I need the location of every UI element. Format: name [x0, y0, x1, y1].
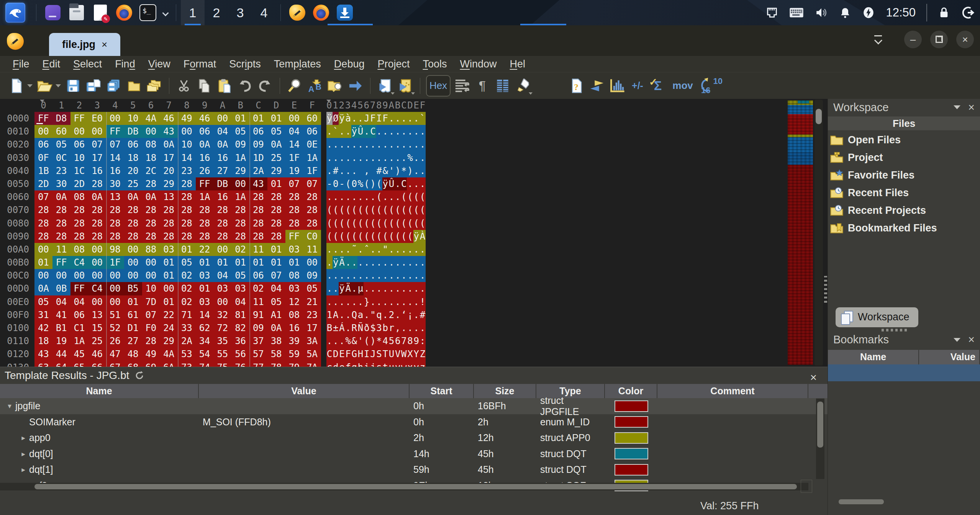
- hex-byte[interactable]: 0A: [196, 138, 214, 151]
- ascii-char[interactable]: .: [370, 138, 376, 151]
- hex-row[interactable]: 00A000110800980088030122000211010311....…: [0, 243, 828, 256]
- hex-byte[interactable]: DB: [214, 177, 232, 190]
- ascii-char[interactable]: -: [326, 177, 333, 190]
- ascii-char[interactable]: .: [351, 295, 357, 308]
- ascii-char[interactable]: .: [382, 125, 388, 138]
- ascii-char[interactable]: (: [333, 203, 339, 216]
- ascii-char[interactable]: .: [333, 243, 339, 256]
- ascii-char[interactable]: ˜: [351, 243, 357, 256]
- hex-byte[interactable]: 22: [160, 308, 178, 321]
- ascii-char[interactable]: 9: [413, 335, 420, 348]
- hex-byte[interactable]: 17: [160, 151, 178, 164]
- menu-debug[interactable]: Debug: [328, 58, 371, 70]
- hex-byte[interactable]: 78: [267, 361, 285, 367]
- hex-row[interactable]: 011018191A25262728292A3435363738393A...%…: [0, 335, 828, 348]
- hex-byte[interactable]: 01: [160, 269, 178, 282]
- hex-byte[interactable]: 28: [34, 230, 52, 243]
- workspace-item-recent-projects[interactable]: Recent Projects: [828, 202, 980, 219]
- hex-byte[interactable]: 28: [106, 230, 124, 243]
- ascii-char[interactable]: .: [345, 256, 351, 269]
- hex-byte[interactable]: 28: [196, 217, 214, 230]
- hex-byte[interactable]: 11: [249, 243, 267, 256]
- ascii-char[interactable]: (: [345, 217, 351, 230]
- menu-tools[interactable]: Tools: [416, 58, 453, 70]
- hex-byte[interactable]: 16: [196, 151, 214, 164]
- hex-byte[interactable]: 28: [142, 217, 160, 230]
- ascii-char[interactable]: .: [382, 308, 388, 321]
- ascii-char[interactable]: À: [420, 230, 426, 243]
- ascii-char[interactable]: ,: [364, 164, 370, 177]
- ascii-char[interactable]: F: [382, 112, 388, 125]
- hex-byte[interactable]: 54: [196, 348, 214, 361]
- ascii-char[interactable]: .: [388, 256, 395, 269]
- hex-byte[interactable]: 28: [124, 217, 142, 230]
- ascii-char[interactable]: (: [345, 230, 351, 243]
- ascii-char[interactable]: U: [388, 348, 395, 361]
- ascii-char[interactable]: .: [413, 321, 420, 335]
- hex-byte[interactable]: 06: [249, 269, 267, 282]
- hex-byte[interactable]: 30: [106, 177, 124, 190]
- hex-byte[interactable]: 16: [88, 164, 106, 177]
- ascii-char[interactable]: .: [395, 190, 401, 203]
- ascii-char[interactable]: .: [357, 138, 364, 151]
- ascii-char[interactable]: (: [395, 217, 401, 230]
- ascii-char[interactable]: (: [339, 203, 345, 216]
- ascii-char[interactable]: .: [407, 112, 413, 125]
- ascii-char[interactable]: C: [370, 125, 376, 138]
- hex-byte[interactable]: 01: [160, 295, 178, 308]
- hex-row[interactable]: 00D00A0BFFC400B510000201030302040305..ÿÄ…: [0, 282, 828, 295]
- ascii-char[interactable]: 5: [388, 335, 395, 348]
- ascii-char[interactable]: .: [326, 164, 333, 177]
- hex-byte[interactable]: 68: [124, 361, 142, 367]
- ascii-char[interactable]: (: [364, 230, 370, 243]
- hex-byte[interactable]: 07: [303, 177, 321, 190]
- hex-byte[interactable]: 28: [88, 217, 106, 230]
- hex-byte[interactable]: 08: [142, 138, 160, 151]
- ascii-char[interactable]: X: [407, 348, 413, 361]
- ascii-char[interactable]: (: [351, 217, 357, 230]
- new-file-dropdown-icon[interactable]: [27, 84, 33, 87]
- hex-byte[interactable]: 01: [267, 112, 285, 125]
- ascii-char[interactable]: .: [345, 269, 351, 282]
- hex-byte[interactable]: 46: [88, 348, 106, 361]
- hex-byte[interactable]: 17: [303, 321, 321, 335]
- template-row-dqt[1][interactable]: ▸dqt[1]59h45hstruct DQT: [0, 462, 828, 478]
- hex-byte[interactable]: 00: [231, 177, 249, 190]
- ascii-char[interactable]: %: [407, 151, 413, 164]
- ascii-char[interactable]: ": [370, 308, 376, 321]
- template-vertical-scrollbar[interactable]: [816, 399, 824, 479]
- hex-byte[interactable]: 28: [303, 217, 321, 230]
- bookmarks-selected-row[interactable]: [828, 364, 980, 381]
- hex-byte[interactable]: 14: [106, 151, 124, 164]
- hex-editor-view[interactable]: 0123456789ABCDEF 0123456789ABCDEF 0000FF…: [0, 99, 828, 367]
- hex-byte[interactable]: 22: [196, 243, 214, 256]
- ascii-char[interactable]: S: [376, 348, 382, 361]
- ascii-char[interactable]: .: [388, 282, 395, 295]
- ascii-char[interactable]: (: [364, 177, 370, 190]
- hex-byte[interactable]: 28: [142, 335, 160, 348]
- ascii-char[interactable]: 8: [407, 335, 413, 348]
- column-header-color[interactable]: Color: [605, 384, 657, 398]
- ascii-char[interactable]: (: [401, 217, 407, 230]
- hex-byte[interactable]: 03: [160, 243, 178, 256]
- hex-byte[interactable]: 0A: [267, 321, 285, 335]
- ascii-char[interactable]: R: [351, 321, 357, 335]
- ascii-char[interactable]: .: [420, 282, 426, 295]
- ascii-char[interactable]: .: [382, 269, 388, 282]
- ascii-char[interactable]: .: [339, 190, 345, 203]
- ascii-char[interactable]: (: [326, 230, 333, 243]
- hex-byte[interactable]: 58: [267, 348, 285, 361]
- ascii-char[interactable]: (: [333, 217, 339, 230]
- hex-byte[interactable]: 24: [160, 321, 178, 335]
- ascii-char[interactable]: I: [364, 348, 370, 361]
- ascii-char[interactable]: (: [407, 203, 413, 216]
- hex-byte[interactable]: 28: [142, 177, 160, 190]
- ascii-char[interactable]: (: [345, 177, 351, 190]
- hex-byte[interactable]: 09: [231, 138, 249, 151]
- hex-byte[interactable]: 28: [88, 203, 106, 216]
- ascii-char[interactable]: c: [326, 361, 333, 367]
- open-file-dropdown-icon[interactable]: [56, 84, 61, 87]
- ascii-char[interactable]: .: [413, 125, 420, 138]
- hex-byte[interactable]: 01: [231, 256, 249, 269]
- ascii-char[interactable]: .: [395, 243, 401, 256]
